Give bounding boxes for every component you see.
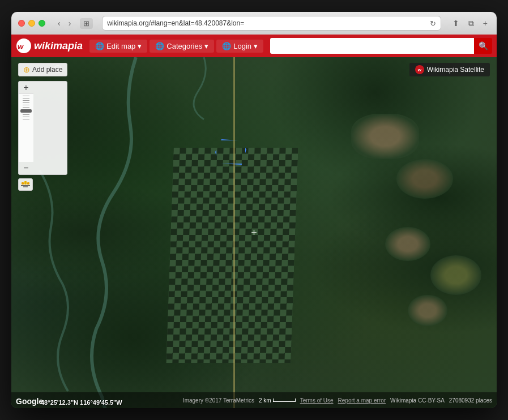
- wikimapia-cc-label: Wikimapia CC-BY-SA: [390, 397, 445, 404]
- satellite-button[interactable]: w Wikimapia Satellite: [409, 63, 490, 76]
- bottom-right-info: Imagery ©2017 TerraMetrics 2 km Terms of…: [183, 397, 492, 404]
- search-input[interactable]: [270, 38, 474, 54]
- svg-rect-5: [21, 185, 30, 186]
- terrain-patch-3: [385, 227, 430, 261]
- terms-of-use-link[interactable]: Terms of Use: [300, 397, 334, 404]
- search-icon: 🔍: [479, 41, 488, 50]
- login-dropdown-icon: ▾: [254, 42, 258, 50]
- edit-map-flag-icon: 🌐: [95, 42, 104, 50]
- map-container[interactable]: ⊕ Add place +: [11, 57, 497, 408]
- map-polygon[interactable]: [215, 139, 246, 165]
- zoom-slider: [19, 94, 33, 162]
- slider-tick: [23, 100, 29, 101]
- titlebar: ‹ › ⊞ ↻ ⬆ ⧉ +: [11, 12, 497, 35]
- svg-rect-6: [23, 186, 28, 187]
- browser-window: ‹ › ⊞ ↻ ⬆ ⧉ + w wikimapia 🌐 Edit map ▾ 🌐: [11, 12, 497, 408]
- slider-tick: [23, 114, 29, 115]
- resize-button[interactable]: ⧉: [466, 18, 476, 29]
- satellite-label: Wikimapia Satellite: [427, 66, 484, 74]
- imagery-credit: Imagery ©2017 TerraMetrics: [183, 397, 254, 404]
- logo-area: w wikimapia: [16, 38, 83, 54]
- zoom-control: + −: [18, 81, 67, 175]
- logo-text: wikimapia: [34, 40, 83, 52]
- coordinates-display: 48°25'12.3"N 116°49'45.5"W: [41, 399, 122, 406]
- wikimapia-small-logo: w: [415, 65, 424, 74]
- url-bar-container: ↻: [102, 16, 441, 31]
- zoom-in-button[interactable]: +: [19, 82, 33, 94]
- back-button[interactable]: ‹: [54, 18, 64, 29]
- share-button[interactable]: ⬆: [450, 18, 462, 29]
- terrain-patch-1: [351, 114, 419, 159]
- svg-rect-3: [24, 181, 27, 185]
- checkered-fields: [166, 148, 298, 363]
- svg-rect-4: [27, 182, 29, 185]
- tab-view-button[interactable]: ⊞: [80, 18, 93, 29]
- map-controls-left: ⊕ Add place +: [18, 63, 67, 191]
- svg-text:w: w: [18, 42, 24, 51]
- streetview-button[interactable]: [18, 178, 33, 191]
- close-button[interactable]: [18, 20, 25, 27]
- status-bar: Google 48°25'12.3"N 116°49'45.5"W Imager…: [11, 392, 497, 408]
- wikimapia-logo-icon: w: [16, 38, 32, 54]
- url-input[interactable]: [107, 19, 429, 27]
- svg-rect-2: [22, 182, 24, 185]
- slider-tick: [23, 102, 29, 103]
- slider-track: [19, 94, 33, 162]
- zoom-slider-handle[interactable]: [20, 109, 32, 113]
- scale-line: [273, 398, 296, 402]
- new-tab-button[interactable]: +: [481, 18, 490, 29]
- road-overlay: [233, 57, 235, 408]
- login-flag-icon: 🌐: [222, 42, 231, 50]
- categories-flag-icon: 🌐: [155, 42, 164, 50]
- traffic-lights: [18, 20, 45, 27]
- scale-label: 2 km: [259, 397, 271, 404]
- slider-tick: [23, 107, 29, 108]
- categories-label: Categories: [167, 42, 202, 50]
- report-error-link[interactable]: Report a map error: [338, 397, 386, 404]
- slider-tick: [23, 96, 29, 96]
- terrain-patch-4: [430, 255, 481, 295]
- add-place-label: Add place: [32, 66, 62, 74]
- slider-tick: [23, 98, 29, 98]
- places-count: 27080932 places: [449, 397, 492, 404]
- add-place-button[interactable]: ⊕ Add place: [18, 63, 67, 76]
- minimize-button[interactable]: [28, 20, 35, 27]
- maximize-button[interactable]: [39, 20, 45, 27]
- zoom-out-button[interactable]: −: [19, 162, 33, 174]
- add-place-icon: ⊕: [23, 65, 30, 74]
- google-logo: Google: [16, 397, 43, 406]
- scale-bar: 2 km: [259, 397, 296, 404]
- app-toolbar: w wikimapia 🌐 Edit map ▾ 🌐 Categories ▾ …: [11, 35, 497, 57]
- login-label: Login: [233, 42, 251, 50]
- edit-map-button[interactable]: 🌐 Edit map ▾: [89, 40, 147, 53]
- terrain-patch-5: [408, 295, 447, 326]
- edit-map-dropdown-icon: ▾: [138, 42, 142, 50]
- terrain-patch-2: [396, 159, 453, 199]
- slider-tick: [23, 117, 29, 117]
- nav-buttons: ‹ ›: [54, 18, 74, 29]
- search-button[interactable]: 🔍: [474, 38, 492, 54]
- categories-dropdown-icon: ▾: [204, 42, 208, 50]
- forward-button[interactable]: ›: [65, 18, 75, 29]
- login-button[interactable]: 🌐 Login ▾: [216, 40, 263, 53]
- reload-button[interactable]: ↻: [430, 19, 436, 28]
- search-container: 🔍: [270, 38, 492, 54]
- slider-tick: [23, 105, 29, 105]
- edit-map-label: Edit map: [106, 42, 135, 50]
- slider-tick: [23, 119, 29, 119]
- streetview-icon: [21, 181, 30, 188]
- categories-button[interactable]: 🌐 Categories ▾: [150, 40, 214, 53]
